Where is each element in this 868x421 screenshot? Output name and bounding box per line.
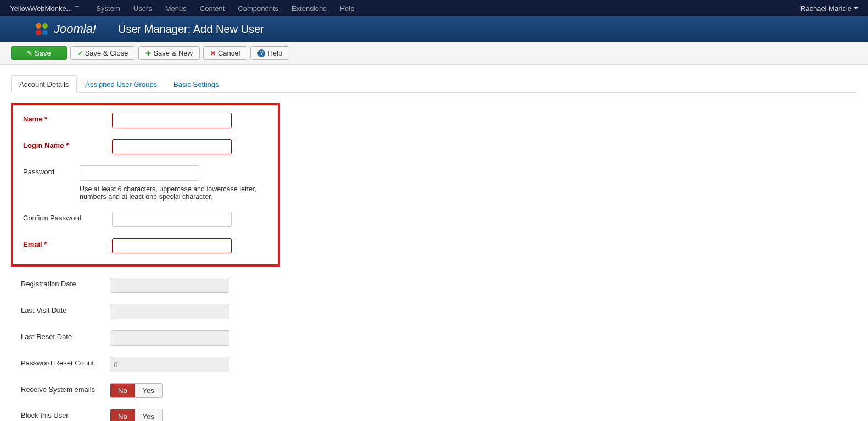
tab-basic-settings[interactable]: Basic Settings <box>165 75 227 93</box>
cancel-label: Cancel <box>218 49 240 57</box>
check-icon: ✔ <box>77 49 83 57</box>
menu-users[interactable]: Users <box>127 4 159 13</box>
menu-components[interactable]: Components <box>231 4 285 13</box>
save-close-button[interactable]: ✔Save & Close <box>70 46 136 60</box>
field-receive-emails: Receive System emails No Yes <box>11 378 857 403</box>
input-login-name[interactable] <box>112 139 232 154</box>
external-link-icon: ☐ <box>74 5 80 12</box>
brand-logo: Joomla! <box>33 20 96 38</box>
field-name: Name * <box>13 107 278 134</box>
page-header: Joomla! User Manager: Add New User <box>0 16 868 42</box>
content-area: Account Details Assigned User Groups Bas… <box>0 65 868 421</box>
save-new-label: Save & New <box>153 49 193 57</box>
input-last-visit-date <box>110 304 229 319</box>
toggle-receive-emails[interactable]: No Yes <box>110 383 163 398</box>
plus-icon: ✚ <box>145 49 151 57</box>
form-tabs: Account Details Assigned User Groups Bas… <box>11 75 857 93</box>
tab-assigned-groups[interactable]: Assigned User Groups <box>77 75 165 93</box>
input-confirm-password[interactable] <box>112 212 232 227</box>
toggle-receive-no[interactable]: No <box>110 384 135 397</box>
chevron-down-icon <box>854 7 858 9</box>
field-password: Password Use at least 6 characters, uppe… <box>13 160 278 206</box>
input-email[interactable] <box>112 238 232 253</box>
save-close-label: Save & Close <box>85 49 128 57</box>
site-name-text: YellowWebMonke... <box>10 4 72 13</box>
save-label: Save <box>35 49 51 57</box>
brand-text: Joomla! <box>54 22 96 36</box>
label-name: Name * <box>13 113 112 123</box>
label-registration-date: Registration Date <box>11 278 110 288</box>
input-password-reset-count <box>110 357 229 372</box>
hint-password: Use at least 6 characters, uppercase and… <box>80 185 278 201</box>
site-name-link[interactable]: YellowWebMonke... ☐ <box>5 4 84 13</box>
save-button[interactable]: ✎Save <box>11 46 67 60</box>
toggle-receive-yes[interactable]: Yes <box>135 384 162 397</box>
save-icon: ✎ <box>27 49 32 57</box>
label-receive-emails: Receive System emails <box>11 383 110 394</box>
label-last-reset-date: Last Reset Date <box>11 330 110 341</box>
label-password-reset-count: Password Reset Count <box>11 357 110 367</box>
toggle-block-user[interactable]: No Yes <box>110 409 163 421</box>
tab-account-details[interactable]: Account Details <box>11 75 77 93</box>
field-block-user: Block this User No Yes <box>11 403 857 421</box>
joomla-logo-icon <box>33 20 51 38</box>
user-menu-label: Rachael Maricle <box>800 4 852 13</box>
action-toolbar: ✎Save ✔Save & Close ✚Save & New ✖Cancel … <box>0 42 868 65</box>
label-login-name: Login Name * <box>13 139 112 149</box>
svg-point-1 <box>42 23 48 29</box>
label-block-user: Block this User <box>11 409 110 419</box>
menu-menus[interactable]: Menus <box>159 4 193 13</box>
svg-point-0 <box>36 23 41 29</box>
menu-system[interactable]: System <box>89 4 126 13</box>
field-email: Email * <box>13 232 278 259</box>
user-menu[interactable]: Rachael Maricle <box>796 4 863 13</box>
svg-point-2 <box>36 30 41 35</box>
label-confirm-password: Confirm Password <box>13 212 112 222</box>
menu-extensions[interactable]: Extensions <box>285 4 333 13</box>
label-password: Password <box>13 165 80 176</box>
required-fields-highlight: Name * Login Name * Password Use at leas… <box>11 103 280 267</box>
cancel-icon: ✖ <box>210 49 216 57</box>
admin-topbar: YellowWebMonke... ☐ System Users Menus C… <box>0 0 868 16</box>
field-password-reset-count: Password Reset Count <box>11 351 857 378</box>
page-title: User Manager: Add New User <box>118 23 264 36</box>
label-last-visit-date: Last Visit Date <box>11 304 110 314</box>
input-password[interactable] <box>80 165 199 181</box>
input-last-reset-date <box>110 330 229 346</box>
field-last-reset-date: Last Reset Date <box>11 325 857 351</box>
field-login-name: Login Name * <box>13 134 278 160</box>
help-label: Help <box>267 49 282 57</box>
cancel-button[interactable]: ✖Cancel <box>203 46 247 60</box>
svg-point-3 <box>42 30 48 35</box>
label-email: Email * <box>13 238 112 248</box>
help-button[interactable]: ?Help <box>250 46 289 60</box>
toggle-block-yes[interactable]: Yes <box>135 409 162 421</box>
field-registration-date: Registration Date <box>11 272 857 298</box>
input-registration-date <box>110 278 229 293</box>
input-name[interactable] <box>112 113 232 128</box>
help-icon: ? <box>257 49 265 57</box>
topbar-menu: System Users Menus Content Components Ex… <box>89 4 361 13</box>
menu-content[interactable]: Content <box>193 4 232 13</box>
toggle-block-no[interactable]: No <box>110 409 135 421</box>
menu-help[interactable]: Help <box>333 4 361 13</box>
field-confirm-password: Confirm Password <box>13 206 278 232</box>
field-last-visit-date: Last Visit Date <box>11 298 857 325</box>
save-new-button[interactable]: ✚Save & New <box>138 46 200 60</box>
